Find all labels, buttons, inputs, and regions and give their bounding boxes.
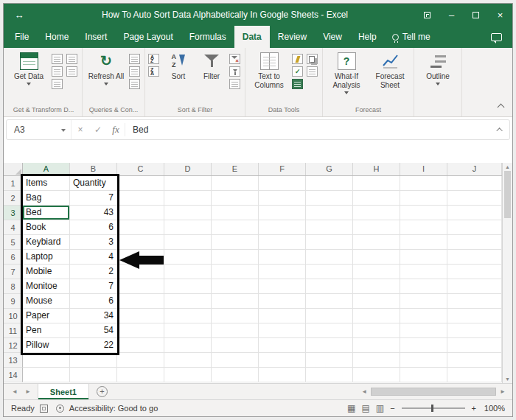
minimize-button[interactable]: – [439, 4, 464, 26]
cell-B3[interactable]: 43 [70, 206, 117, 220]
cell-A11[interactable]: Pen [23, 323, 70, 338]
cell-B5[interactable]: 3 [70, 235, 117, 250]
cell-C7[interactable] [117, 265, 164, 279]
tab-home[interactable]: Home [37, 26, 77, 48]
cell-B2[interactable]: 7 [70, 191, 117, 206]
column-header-G[interactable]: G [306, 163, 353, 175]
cell-D3[interactable] [164, 206, 212, 220]
forecast-sheet-button[interactable]: Forecast Sheet [369, 49, 411, 90]
cell-J5[interactable] [447, 235, 502, 250]
cell-H2[interactable] [353, 191, 400, 206]
from-table-range-icon[interactable] [52, 79, 63, 89]
cell-C10[interactable] [117, 309, 164, 323]
cell-I7[interactable] [400, 265, 447, 279]
cell-F14[interactable] [259, 368, 306, 382]
scroll-down-icon[interactable]: ▼ [505, 377, 510, 382]
horizontal-scrollbar-thumb[interactable] [371, 388, 496, 396]
cell-A6[interactable]: Laptop [23, 250, 70, 265]
cell-D9[interactable] [164, 294, 212, 309]
cell-G2[interactable] [306, 191, 353, 206]
cell-E11[interactable] [212, 323, 259, 338]
formula-bar-value[interactable]: Bed [125, 125, 492, 135]
cell-B8[interactable]: 7 [70, 279, 117, 294]
cell-B13[interactable] [70, 353, 117, 368]
quick-access-icon[interactable]: ↔ [4, 10, 35, 21]
zoom-slider[interactable] [402, 407, 465, 409]
expand-formula-bar-button[interactable] [492, 120, 509, 139]
row-header-12[interactable]: 12 [4, 338, 23, 353]
get-data-button[interactable]: Get Data [8, 49, 49, 85]
cell-C9[interactable] [117, 294, 164, 309]
existing-connections-icon[interactable] [66, 66, 77, 77]
scroll-right-icon[interactable]: ► [496, 388, 509, 395]
cell-H4[interactable] [353, 220, 400, 235]
cell-F8[interactable] [259, 279, 306, 294]
tab-help[interactable]: Help [350, 26, 385, 48]
cell-C3[interactable] [117, 206, 164, 220]
select-all-corner[interactable] [4, 163, 23, 175]
vertical-scrollbar-thumb[interactable] [504, 171, 511, 218]
cell-G12[interactable] [306, 338, 353, 353]
cell-A9[interactable]: Mouse [23, 294, 70, 309]
cell-E14[interactable] [212, 368, 259, 382]
cell-E10[interactable] [212, 309, 259, 323]
cell-J13[interactable] [447, 353, 502, 368]
cell-C5[interactable] [117, 235, 164, 250]
cell-A10[interactable]: Paper [23, 309, 70, 323]
cell-D5[interactable] [164, 235, 212, 250]
consolidate-icon[interactable] [307, 66, 318, 77]
page-layout-view-icon[interactable]: ▤ [360, 403, 370, 413]
cell-B4[interactable]: 6 [70, 220, 117, 235]
cell-G10[interactable] [306, 309, 353, 323]
cell-B9[interactable]: 6 [70, 294, 117, 309]
cell-B14[interactable] [70, 368, 117, 382]
cell-D4[interactable] [164, 220, 212, 235]
cell-E7[interactable] [212, 265, 259, 279]
vertical-scrollbar[interactable]: ▲ ▼ [502, 163, 512, 383]
scroll-left-icon[interactable]: ◄ [358, 388, 371, 395]
cell-E5[interactable] [212, 235, 259, 250]
cell-J11[interactable] [447, 323, 502, 338]
ribbon-display-options-button[interactable] [415, 4, 439, 26]
cell-G8[interactable] [306, 279, 353, 294]
horizontal-scrollbar[interactable]: ◄ ► [358, 388, 512, 396]
cell-A1[interactable]: Items [23, 176, 70, 191]
properties-icon[interactable] [129, 66, 140, 77]
cell-F6[interactable] [259, 250, 306, 265]
cell-I2[interactable] [400, 191, 447, 206]
cell-G11[interactable] [306, 323, 353, 338]
recent-sources-icon[interactable] [66, 54, 77, 64]
reapply-filter-icon[interactable] [229, 66, 240, 77]
cell-F11[interactable] [259, 323, 306, 338]
cell-E6[interactable] [212, 250, 259, 265]
cell-J10[interactable] [447, 309, 502, 323]
text-to-columns-button[interactable]: Text to Columns [248, 49, 290, 90]
column-header-A[interactable]: A [23, 163, 70, 175]
flash-fill-icon[interactable] [292, 54, 303, 64]
cell-H8[interactable] [353, 279, 400, 294]
cell-E9[interactable] [212, 294, 259, 309]
tell-me[interactable]: Tell me [385, 26, 438, 48]
column-header-D[interactable]: D [164, 163, 212, 175]
cell-J1[interactable] [447, 176, 502, 191]
insert-function-icon[interactable]: fx [107, 124, 125, 136]
cell-F2[interactable] [259, 191, 306, 206]
clear-filter-icon[interactable] [229, 54, 240, 64]
add-sheet-button[interactable]: + [97, 386, 108, 397]
zoom-percentage[interactable]: 100% [481, 404, 505, 413]
edit-links-icon[interactable] [129, 79, 140, 89]
cell-D11[interactable] [164, 323, 212, 338]
row-header-10[interactable]: 10 [4, 309, 23, 323]
cell-I10[interactable] [400, 309, 447, 323]
row-header-8[interactable]: 8 [4, 279, 23, 294]
cell-F4[interactable] [259, 220, 306, 235]
normal-view-icon[interactable]: ▦ [346, 403, 356, 413]
what-if-analysis-button[interactable]: What-If Analysis [326, 49, 367, 94]
column-header-E[interactable]: E [212, 163, 259, 175]
prev-sheet-icon[interactable]: ◄ [8, 388, 21, 395]
cell-D12[interactable] [164, 338, 212, 353]
cell-G3[interactable] [306, 206, 353, 220]
scroll-up-icon[interactable]: ▲ [505, 164, 510, 169]
row-header-2[interactable]: 2 [4, 191, 23, 206]
cell-F12[interactable] [259, 338, 306, 353]
